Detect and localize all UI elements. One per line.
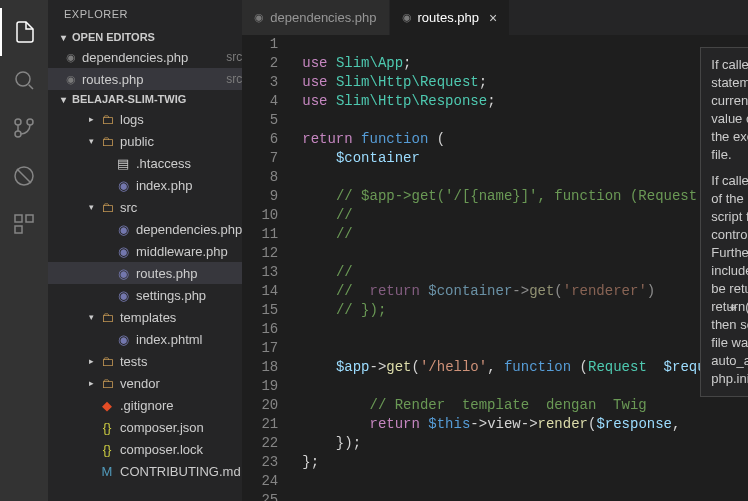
tab-dependencies[interactable]: ◉ dependencies.php — [242, 0, 389, 35]
file-icon: ◉ — [114, 244, 132, 259]
chevron-icon: ▸ — [84, 356, 98, 366]
open-editors-list: ◉ dependencies.php src ◉ routes.php src — [48, 46, 242, 90]
tree-label: src — [120, 200, 242, 215]
file-item[interactable]: ◉dependencies.php — [48, 218, 242, 240]
tree-label: settings.php — [136, 288, 242, 303]
chevron-icon: ▾ — [84, 202, 98, 212]
file-tree: ▸🗀logs▾🗀public▤.htaccess◉index.php▾🗀src◉… — [48, 108, 242, 501]
search-icon[interactable] — [0, 56, 48, 104]
eye-icon: ◉ — [402, 11, 412, 24]
tree-label: .htaccess — [136, 156, 242, 171]
sidebar-title: EXPLORER — [48, 0, 242, 28]
folder-item[interactable]: ▾🗀public — [48, 130, 242, 152]
close-icon[interactable]: × — [489, 10, 497, 26]
folder-item[interactable]: ▾🗀src — [48, 196, 242, 218]
tab-routes[interactable]: ◉ routes.php × — [390, 0, 511, 35]
folder-item[interactable]: ▾🗀templates — [48, 306, 242, 328]
code-content: use Slim\App;use Slim\Http\Request;use S… — [292, 35, 748, 501]
file-icon: ◉ — [114, 222, 132, 237]
tooltip-paragraph: If called from within a function, the re… — [711, 56, 748, 164]
tree-label: composer.json — [120, 420, 242, 435]
chevron-icon: ▾ — [84, 136, 98, 146]
tooltip-paragraph: If called from the global scope, then ex… — [711, 172, 748, 388]
tree-label: index.php — [136, 178, 242, 193]
tree-label: logs — [120, 112, 242, 127]
file-icon: ▤ — [114, 156, 132, 171]
folder-item[interactable]: ▸🗀logs — [48, 108, 242, 130]
file-item[interactable]: ◉index.php — [48, 174, 242, 196]
open-editor-item[interactable]: ◉ routes.php src — [48, 68, 242, 90]
tree-label: vendor — [120, 376, 242, 391]
open-editors-label: OPEN EDITORS — [72, 31, 155, 43]
tree-label: routes.php — [136, 266, 242, 281]
tree-label: dependencies.php — [136, 222, 242, 237]
code-editor[interactable]: 1234567891011121314151617181920212223242… — [242, 35, 748, 501]
project-header[interactable]: ▾ BELAJAR-SLIM-TWIG — [48, 90, 242, 108]
tree-label: templates — [120, 310, 242, 325]
eye-icon: ◉ — [254, 11, 264, 24]
file-item[interactable]: ◉index.phtml — [48, 328, 242, 350]
folder-icon: 🗀 — [98, 134, 116, 149]
folder-icon: 🗀 — [98, 376, 116, 391]
extensions-icon[interactable] — [0, 200, 48, 248]
tree-label: .gitignore — [120, 398, 242, 413]
editor-tabs: ◉ dependencies.php ◉ routes.php × — [242, 0, 748, 35]
svg-point-3 — [15, 119, 21, 125]
file-item[interactable]: {}composer.lock — [48, 438, 242, 460]
hover-documentation: If called from within a function, the re… — [700, 47, 748, 397]
line-numbers: 1234567891011121314151617181920212223242… — [242, 35, 292, 501]
folder-icon: 🗀 — [98, 112, 116, 127]
open-editor-item[interactable]: ◉ dependencies.php src — [48, 46, 242, 68]
file-item[interactable]: ◉routes.php — [48, 262, 242, 284]
tree-label: tests — [120, 354, 242, 369]
open-editors-header[interactable]: ▾ OPEN EDITORS — [48, 28, 242, 46]
folder-icon: 🗀 — [98, 310, 116, 325]
chevron-down-icon: ▾ — [56, 32, 70, 43]
project-label: BELAJAR-SLIM-TWIG — [72, 93, 186, 105]
file-item[interactable]: ◉settings.php — [48, 284, 242, 306]
chevron-icon: ▾ — [84, 312, 98, 322]
folder-item[interactable]: ▸🗀tests — [48, 350, 242, 372]
file-icon: {} — [98, 420, 116, 435]
activity-bar — [0, 0, 48, 501]
folder-icon: 🗀 — [98, 354, 116, 369]
file-icon: ◉ — [114, 178, 132, 193]
tree-label: middleware.php — [136, 244, 242, 259]
sidebar: EXPLORER ▾ OPEN EDITORS ◉ dependencies.p… — [48, 0, 242, 501]
file-item[interactable]: ▤.htaccess — [48, 152, 242, 174]
file-item[interactable]: MCONTRIBUTING.md — [48, 460, 242, 482]
chevron-down-icon: ▾ — [56, 94, 70, 105]
tree-label: public — [120, 134, 242, 149]
debug-icon[interactable] — [0, 152, 48, 200]
folder-item[interactable]: ▸🗀vendor — [48, 372, 242, 394]
file-icon: ◉ — [114, 332, 132, 347]
tree-label: composer.lock — [120, 442, 242, 457]
file-item[interactable]: ◉middleware.php — [48, 240, 242, 262]
svg-point-1 — [27, 119, 33, 125]
svg-point-0 — [16, 72, 30, 86]
svg-rect-5 — [15, 215, 22, 222]
file-icon: {} — [98, 442, 116, 457]
chevron-icon: ▸ — [84, 378, 98, 388]
svg-rect-6 — [26, 215, 33, 222]
file-item[interactable]: ◆.gitignore — [48, 394, 242, 416]
eye-icon: ◉ — [66, 73, 76, 86]
file-icon: ◆ — [98, 398, 116, 413]
explorer-icon[interactable] — [0, 8, 48, 56]
svg-point-2 — [15, 131, 21, 137]
file-icon: ◉ — [114, 266, 132, 281]
file-item[interactable]: {}composer.json — [48, 416, 242, 438]
editor-area: ◉ dependencies.php ◉ routes.php × 123456… — [242, 0, 748, 501]
tree-label: CONTRIBUTING.md — [120, 464, 242, 479]
file-icon: M — [98, 464, 116, 479]
svg-rect-7 — [15, 226, 22, 233]
chevron-icon: ▸ — [84, 114, 98, 124]
file-icon: ◉ — [114, 288, 132, 303]
tree-label: index.phtml — [136, 332, 242, 347]
source-control-icon[interactable] — [0, 104, 48, 152]
eye-icon: ◉ — [66, 51, 76, 64]
folder-icon: 🗀 — [98, 200, 116, 215]
